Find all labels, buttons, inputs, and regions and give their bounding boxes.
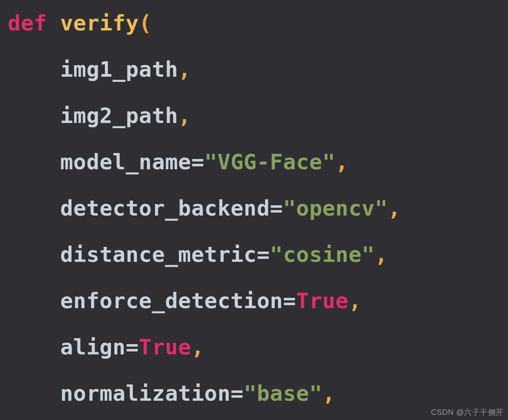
bool-value: True	[296, 288, 348, 313]
param-name: normalization	[60, 381, 230, 406]
param-name: img2_path	[60, 103, 178, 128]
bool-value: True	[139, 335, 191, 360]
equals: =	[283, 288, 296, 313]
param-name: enforce_detection	[60, 288, 283, 313]
comma: ,	[323, 381, 336, 406]
open-paren: (	[139, 11, 152, 36]
comma: ,	[388, 196, 401, 221]
comma: ,	[375, 242, 388, 267]
comma: ,	[349, 288, 362, 313]
equals: =	[230, 381, 244, 406]
param-name: model_name	[60, 150, 191, 174]
watermark-text: CSDN @六子干侧开	[431, 407, 504, 417]
string-value: "opencv"	[283, 196, 388, 221]
comma: ,	[191, 335, 204, 360]
string-value: "cosine"	[270, 242, 375, 267]
comma: ,	[178, 103, 191, 128]
param-name: align	[60, 335, 126, 360]
keyword-def: def	[8, 11, 47, 36]
string-value: "base"	[244, 381, 323, 406]
comma: ,	[335, 150, 349, 174]
param-name: distance_metric	[60, 242, 257, 267]
param-name: detector_backend	[60, 196, 270, 221]
equals: =	[270, 196, 283, 221]
function-name: verify	[60, 11, 139, 36]
code-block: def verify( img1_path, img2_path, model_…	[0, 0, 508, 420]
string-value: "VGG-Face"	[204, 150, 335, 174]
param-name: img1_path	[60, 57, 178, 82]
equals: =	[191, 150, 204, 174]
equals: =	[257, 242, 270, 267]
equals: =	[126, 335, 139, 360]
comma: ,	[178, 57, 191, 82]
